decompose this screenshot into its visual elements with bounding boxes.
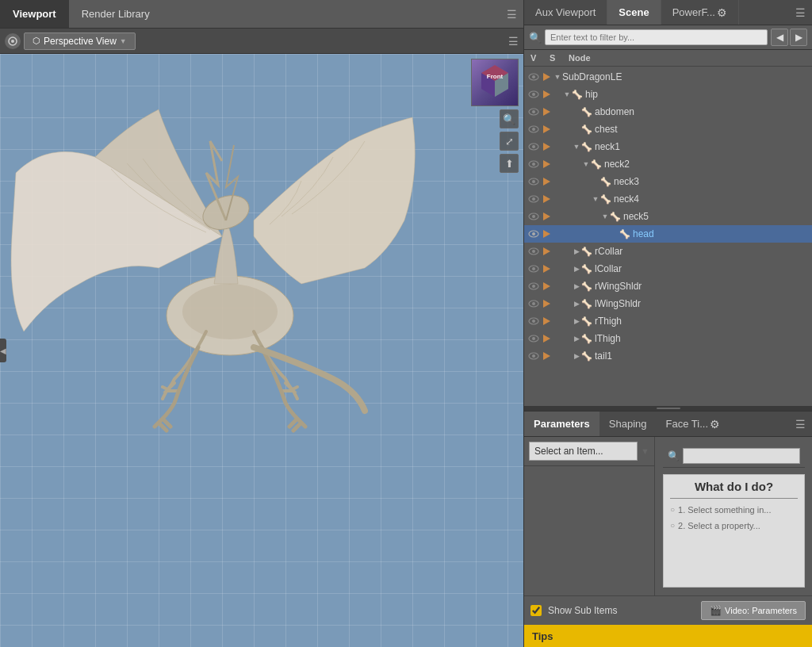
params-tab-menu-icon[interactable]: ☰ <box>789 415 812 434</box>
eye-icon-8[interactable] <box>527 210 540 223</box>
tree-item-rcollar[interactable]: ▶ 🦴 rCollar <box>524 243 812 260</box>
scene-search-input[interactable] <box>545 29 768 45</box>
svg-marker-58 <box>543 335 550 343</box>
video-parameters-button[interactable]: 🎬 Video: Parameters <box>701 601 806 620</box>
tree-label-14: rThigh <box>595 316 622 327</box>
nav-prev-icon[interactable]: ◀ <box>771 29 788 46</box>
aux-viewport-tab[interactable]: Aux Viewport <box>524 0 607 25</box>
tree-expand-11[interactable]: ▶ <box>572 265 581 273</box>
svg-point-51 <box>532 302 535 305</box>
tree-item-neck5[interactable]: ▼ 🦴 neck5 <box>524 208 812 225</box>
what-title: What do I do? <box>670 480 798 499</box>
svg-point-60 <box>532 354 535 358</box>
bone-icon-2: 🦴 <box>581 107 592 117</box>
eye-icon-11[interactable] <box>527 262 540 275</box>
tree-expand-16[interactable]: ▶ <box>572 352 581 360</box>
tree-item-neck1[interactable]: ▼ 🦴 neck1 <box>524 138 812 155</box>
svg-point-4 <box>182 284 278 339</box>
eye-icon-2[interactable] <box>527 105 540 118</box>
eye-icon-3[interactable] <box>527 123 540 136</box>
eye-icon-6[interactable] <box>527 175 540 188</box>
eye-icon-12[interactable] <box>527 280 540 293</box>
svg-marker-25 <box>543 143 550 151</box>
scene-tree[interactable]: ▼ SubDragonLE ▼ 🦴 hip ▶ <box>524 67 812 406</box>
eye-icon-4[interactable] <box>527 140 540 153</box>
hint-text-2: 2. Select a property... <box>678 519 760 533</box>
select-icon-8 <box>540 210 553 223</box>
svg-marker-61 <box>543 352 550 360</box>
shaping-label: Shaping <box>609 418 647 430</box>
parameters-label: Parameters <box>534 418 590 430</box>
hint-item-1: ○ 1. Select something in... <box>670 503 798 517</box>
tree-expand-0[interactable]: ▼ <box>553 73 562 81</box>
tree-label-2: abdomen <box>595 106 634 117</box>
eye-icon-15[interactable] <box>527 332 540 345</box>
viewport-menu-icon[interactable]: ☰ <box>508 35 519 48</box>
eye-icon-13[interactable] <box>527 297 540 310</box>
eye-icon-1[interactable] <box>527 88 540 101</box>
tree-item-neck3[interactable]: ▶ 🦴 neck3 <box>524 173 812 190</box>
up-icon[interactable]: ⬆ <box>500 154 519 173</box>
dragon-render <box>0 78 460 458</box>
panel-expand-arrow[interactable]: ◀ <box>0 339 6 362</box>
bone-icon-4: 🦴 <box>581 142 592 152</box>
tree-expand-8[interactable]: ▼ <box>600 212 610 220</box>
tree-item-chest[interactable]: ▶ 🦴 chest <box>524 121 812 138</box>
svg-point-42 <box>532 250 535 253</box>
tree-expand-10[interactable]: ▶ <box>572 247 581 255</box>
parameters-panel: Parameters Shaping Face Ti... ⚙ ☰ <box>524 411 812 625</box>
eye-icon-14[interactable] <box>527 315 540 327</box>
tree-item-neck4[interactable]: ▼ 🦴 neck4 <box>524 190 812 208</box>
tree-item-subdragonle[interactable]: ▼ SubDragonLE <box>524 68 812 86</box>
tree-label-10: rCollar <box>595 246 622 257</box>
face-ti-tab[interactable]: Face Ti... ⚙ <box>657 412 730 436</box>
tree-item-rthigh[interactable]: ▶ 🦴 rThigh <box>524 312 812 330</box>
viewport-canvas[interactable]: Front 🔍 ⤢ ⬆ ◀ <box>0 54 523 647</box>
tree-expand-5[interactable]: ▼ <box>581 160 591 168</box>
perspective-view-button[interactable]: ⬡ Perspective View ▼ <box>24 33 136 50</box>
tree-item-tail1[interactable]: ▶ 🦴 tail1 <box>524 347 812 365</box>
tree-item-lwingshldr[interactable]: ▶ 🦴 lWingShldr <box>524 295 812 312</box>
tree-item-head[interactable]: ▶ 🦴 head <box>524 225 812 243</box>
tree-item-neck2[interactable]: ▼ 🦴 neck2 <box>524 155 812 173</box>
tree-expand-13[interactable]: ▶ <box>572 300 581 308</box>
eye-icon-10[interactable] <box>527 245 540 258</box>
render-library-tab[interactable]: Render Library <box>69 0 163 28</box>
bullet-1: ○ <box>670 503 675 515</box>
zoom-icon[interactable]: 🔍 <box>500 109 519 128</box>
params-search-input[interactable] <box>683 448 800 464</box>
right-tab-menu-icon[interactable]: ☰ <box>789 3 812 22</box>
viewport-tab[interactable]: Viewport <box>0 0 69 28</box>
show-sub-items-checkbox[interactable] <box>530 605 542 616</box>
parameters-tab[interactable]: Parameters <box>524 412 599 436</box>
menu-icon[interactable]: ☰ <box>500 5 523 24</box>
svg-point-48 <box>532 285 535 288</box>
tree-expand-1[interactable]: ▼ <box>562 90 572 98</box>
tree-expand-7[interactable]: ▼ <box>591 195 600 203</box>
tree-expand-4[interactable]: ▼ <box>572 143 581 151</box>
eye-icon-0[interactable] <box>527 71 540 83</box>
scene-tab[interactable]: Scene <box>607 0 661 25</box>
svg-point-12 <box>532 75 535 78</box>
tree-item-hip[interactable]: ▼ 🦴 hip <box>524 86 812 103</box>
eye-icon-16[interactable] <box>527 350 540 362</box>
shaping-tab[interactable]: Shaping <box>599 412 657 436</box>
tree-item-rwingshldr[interactable]: ▶ 🦴 rWingShldr <box>524 278 812 295</box>
tree-expand-14[interactable]: ▶ <box>572 317 581 325</box>
face-ti-icon: ⚙ <box>710 418 720 431</box>
tree-expand-12[interactable]: ▶ <box>572 282 581 290</box>
orientation-cube[interactable]: Front <box>471 59 519 106</box>
nav-next-icon[interactable]: ▶ <box>790 29 807 46</box>
hint-text-1: 1. Select something in... <box>678 503 771 517</box>
powerf-tab[interactable]: PowerF... ⚙ <box>661 0 739 25</box>
tree-item-lcollar[interactable]: ▶ 🦴 lCollar <box>524 260 812 278</box>
eye-icon-7[interactable] <box>527 193 540 205</box>
item-select-dropdown[interactable]: Select an Item... <box>529 442 638 461</box>
eye-icon-5[interactable] <box>527 158 540 170</box>
tree-item-lthigh[interactable]: ▶ 🦴 lThigh <box>524 330 812 347</box>
tree-label-11: lCollar <box>595 263 622 274</box>
tree-expand-15[interactable]: ▶ <box>572 335 581 343</box>
tree-item-abdomen[interactable]: ▶ 🦴 abdomen <box>524 103 812 121</box>
fit-icon[interactable]: ⤢ <box>500 132 519 151</box>
eye-icon-9[interactable] <box>527 228 540 240</box>
